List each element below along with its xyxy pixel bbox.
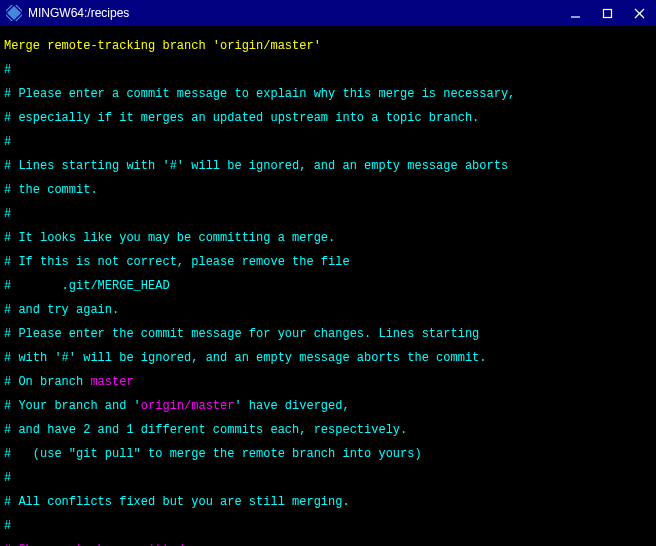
commit-message-text: Merge remote-tracking branch 'origin/mas… [4, 40, 652, 52]
comment-line: # [4, 208, 652, 220]
comment-line: # [4, 136, 652, 148]
comment-line: # [4, 64, 652, 76]
window-controls [568, 6, 650, 20]
comment-line: # All conflicts fixed but you are still … [4, 496, 652, 508]
window-title: MINGW64:/recipes [28, 6, 568, 20]
comment-line: # with '#' will be ignored, and an empty… [4, 352, 652, 364]
comment-line: # Lines starting with '#' will be ignore… [4, 160, 652, 172]
comment-line: # and have 2 and 1 different commits eac… [4, 424, 652, 436]
comment-line: # If this is not correct, please remove … [4, 256, 652, 268]
comment-line: # especially if it merges an updated ups… [4, 112, 652, 124]
svg-rect-3 [603, 9, 611, 17]
comment-line: # [4, 520, 652, 532]
git-bash-icon [6, 5, 22, 21]
maximize-button[interactable] [600, 6, 614, 20]
titlebar[interactable]: MINGW64:/recipes [0, 0, 656, 26]
div-prefix: # Your branch and ' [4, 399, 141, 413]
remote-name: origin/master [141, 399, 235, 413]
div-suffix: ' have diverged, [234, 399, 349, 413]
comment-line: # and try again. [4, 304, 652, 316]
branch-prefix: # On branch [4, 375, 90, 389]
terminal-editor[interactable]: Merge remote-tracking branch 'origin/mas… [0, 26, 656, 546]
comment-line: # (use "git pull" to merge the remote br… [4, 448, 652, 460]
comment-line: # the commit. [4, 184, 652, 196]
comment-line: # Please enter a commit message to expla… [4, 88, 652, 100]
close-button[interactable] [632, 6, 646, 20]
diverged-line: # Your branch and 'origin/master' have d… [4, 400, 652, 412]
comment-line: # Please enter the commit message for yo… [4, 328, 652, 340]
comment-line: # .git/MERGE_HEAD [4, 280, 652, 292]
comment-line: # It looks like you may be committing a … [4, 232, 652, 244]
minimize-button[interactable] [568, 6, 582, 20]
branch-name: master [90, 375, 133, 389]
comment-line: # [4, 472, 652, 484]
branch-line: # On branch master [4, 376, 652, 388]
